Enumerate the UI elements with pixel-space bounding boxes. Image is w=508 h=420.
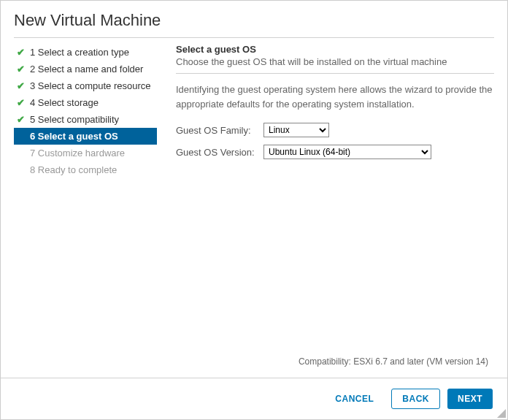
- dialog-content: ✔ 1 Select a creation type ✔ 2 Select a …: [1, 38, 507, 378]
- panel-title: Select a guest OS: [176, 44, 494, 55]
- check-icon: ✔: [17, 80, 26, 91]
- step-6-guest-os[interactable]: 6 Select a guest OS: [14, 128, 157, 145]
- compatibility-text: Compatibility: ESXi 6.7 and later (VM ve…: [299, 356, 488, 367]
- panel-divider: [176, 73, 494, 74]
- next-button[interactable]: NEXT: [447, 389, 493, 409]
- step-5-compatibility[interactable]: ✔ 5 Select compatibility: [14, 111, 157, 128]
- guest-os-version-row: Guest OS Version: Ubuntu Linux (64-bit): [176, 145, 494, 159]
- check-icon: ✔: [17, 97, 26, 108]
- guest-os-version-label: Guest OS Version:: [176, 147, 263, 158]
- step-8-ready-complete: 8 Ready to complete: [14, 161, 157, 178]
- guest-os-family-label: Guest OS Family:: [176, 125, 263, 136]
- check-icon: ✔: [17, 47, 26, 58]
- check-icon: ✔: [17, 64, 26, 75]
- back-button[interactable]: BACK: [391, 389, 440, 409]
- check-icon: ✔: [17, 114, 26, 125]
- wizard-steps: ✔ 1 Select a creation type ✔ 2 Select a …: [14, 44, 157, 378]
- guest-os-version-select[interactable]: Ubuntu Linux (64-bit): [263, 145, 431, 159]
- dialog-footer: CANCEL BACK NEXT: [1, 378, 507, 419]
- panel-subtitle: Choose the guest OS that will be install…: [176, 56, 494, 67]
- main-panel: Select a guest OS Choose the guest OS th…: [157, 44, 494, 378]
- dialog-header: New Virtual Machine: [1, 1, 507, 37]
- dialog-title: New Virtual Machine: [14, 11, 494, 30]
- step-1-creation-type[interactable]: ✔ 1 Select a creation type: [14, 44, 157, 61]
- step-7-customize-hardware: 7 Customize hardware: [14, 145, 157, 161]
- panel-description: Identifying the guest operating system h…: [176, 83, 494, 111]
- guest-os-family-row: Guest OS Family: Linux: [176, 123, 494, 137]
- step-2-name-folder[interactable]: ✔ 2 Select a name and folder: [14, 61, 157, 77]
- step-4-storage[interactable]: ✔ 4 Select storage: [14, 94, 157, 111]
- guest-os-family-select[interactable]: Linux: [263, 123, 329, 137]
- step-3-compute-resource[interactable]: ✔ 3 Select a compute resource: [14, 77, 157, 94]
- cancel-button[interactable]: CANCEL: [325, 389, 384, 409]
